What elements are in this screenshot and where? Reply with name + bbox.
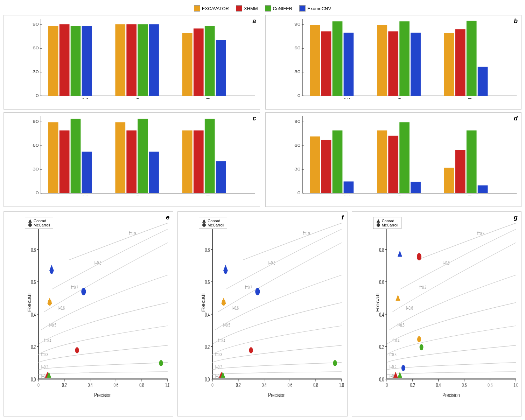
svg-text:All: All [342,195,350,196]
svg-point-240 [419,344,423,350]
scatter-f-legend: Conrad McCarroll [199,217,227,229]
svg-text:60: 60 [294,144,300,147]
svg-point-190 [249,347,253,353]
legend-label: ExomeCNV [307,6,331,11]
svg-rect-24 [182,33,192,96]
svg-text:Recall: Recall [375,293,380,312]
legend-label: CoNIFER [273,6,293,11]
svg-rect-2 [265,6,271,12]
svg-text:0.0: 0.0 [31,376,36,383]
legend-item-exomecnv: ExomeCNV [299,5,331,12]
svg-rect-48 [411,33,421,96]
svg-text:30: 30 [294,70,300,74]
svg-text:f=0.6: f=0.6 [58,305,65,311]
g-legend-label-conrad: Conrad [382,219,394,223]
svg-text:60: 60 [294,46,300,50]
svg-text:0.6: 0.6 [462,382,467,388]
svg-text:0.8: 0.8 [31,247,36,253]
svg-text:f=0.9: f=0.9 [129,231,136,236]
svg-text:0: 0 [36,94,39,98]
svg-rect-40 [310,25,320,96]
svg-rect-76 [182,131,192,193]
svg-text:0.8: 0.8 [205,247,210,253]
legend-label: XHMM [244,6,258,11]
svg-point-192 [333,360,337,366]
svg-text:Rare: Rare [206,195,220,196]
svg-text:90: 90 [33,22,39,26]
legend-label-conrad: Conrad [34,219,46,223]
svg-text:Precision: Precision [268,391,286,399]
f-legend-label-mccarroll: McCarroll [208,223,224,227]
svg-rect-42 [332,21,342,96]
svg-rect-50 [444,33,454,96]
panel-e-label: e [166,214,169,221]
svg-rect-104 [466,131,476,193]
svg-text:0.2: 0.2 [379,344,384,350]
legend-item-conrad: Conrad [28,219,50,223]
svg-text:Common: Common [135,195,162,196]
svg-marker-235 [396,295,400,301]
svg-rect-99 [399,122,410,193]
svg-text:All: All [81,195,88,196]
svg-rect-73 [138,119,148,193]
svg-rect-51 [455,29,465,96]
exomecnv-mccarroll-circle-e [81,288,86,295]
svg-point-149 [202,223,206,227]
svg-text:30: 30 [33,167,39,171]
svg-marker-196 [377,219,380,223]
svg-text:f=0.6: f=0.6 [406,305,413,311]
svg-text:Recall: Recall [201,293,206,312]
panel-a-chart: 0 30 60 90 [23,17,258,99]
panel-d-chart: 0 30 60 90 All [285,114,520,196]
panel-d-label: d [514,115,518,122]
svg-text:0.4: 0.4 [205,312,210,318]
svg-rect-66 [48,122,58,193]
svg-text:0.8: 0.8 [139,382,144,388]
svg-text:1.0: 1.0 [513,382,518,388]
svg-text:0.2: 0.2 [31,344,36,350]
svg-text:60: 60 [33,144,39,147]
svg-text:60: 60 [33,46,39,50]
svg-text:f=0.7: f=0.7 [419,285,426,290]
svg-rect-45 [377,25,387,96]
svg-text:90: 90 [294,22,300,26]
svg-rect-105 [477,186,488,193]
svg-rect-47 [399,21,410,96]
svg-text:Rare: Rare [468,195,482,196]
svg-text:0.6: 0.6 [205,279,210,286]
panel-c: c 0 30 60 90 All [4,112,260,207]
panel-b: b 0 30 60 90 All [265,15,522,110]
svg-rect-68 [71,119,81,193]
panel-g: g Conrad McCarroll 0.0 0.2 0.4 [352,211,522,416]
svg-text:0.4: 0.4 [262,382,267,388]
svg-text:All: All [81,98,88,99]
svg-rect-43 [343,33,354,96]
svg-rect-27 [216,40,226,96]
svg-rect-22 [149,24,159,96]
panel-f-label: f [342,214,344,221]
legend: EXCAVATOR XHMM CoNIFER ExomeCNV [4,5,522,12]
svg-point-109 [28,223,32,227]
svg-text:30: 30 [33,70,39,74]
svg-text:0.6: 0.6 [379,279,384,286]
svg-point-195 [255,288,260,295]
panel-a-label: a [252,18,256,25]
svg-text:f=0.8: f=0.8 [94,260,102,266]
svg-text:Recall: Recall [27,293,32,312]
scatter-g-legend: Conrad McCarroll [373,217,401,229]
svg-text:0.6: 0.6 [288,382,293,388]
legend-label: EXCAVATOR [202,6,229,11]
svg-text:f=0.5: f=0.5 [49,322,56,328]
conifer-circle-e [159,360,163,366]
svg-text:0.4: 0.4 [379,312,384,318]
svg-rect-46 [388,31,398,96]
svg-rect-0 [194,6,200,12]
svg-rect-52 [466,21,476,96]
svg-rect-79 [216,161,226,193]
svg-rect-78 [205,119,215,193]
exomecnv-circle-e [50,268,54,274]
svg-text:0.8: 0.8 [314,382,318,388]
svg-text:0.4: 0.4 [436,382,441,388]
excavator-circle-e [48,300,51,306]
svg-text:f=0.9: f=0.9 [303,231,310,236]
